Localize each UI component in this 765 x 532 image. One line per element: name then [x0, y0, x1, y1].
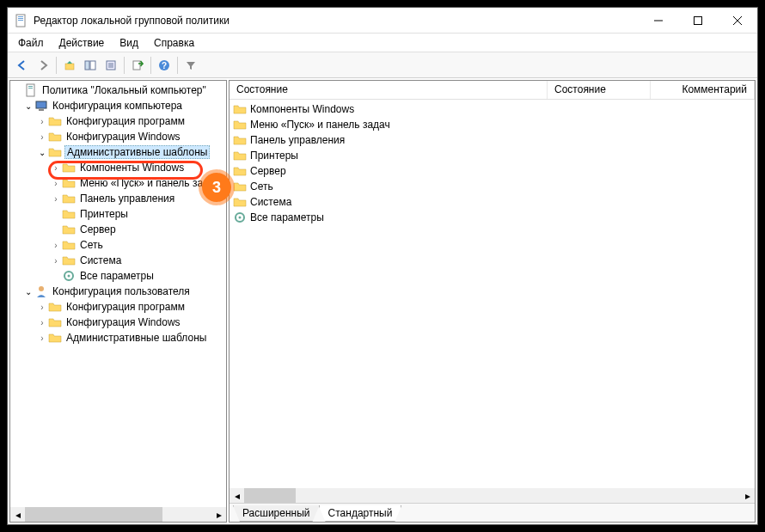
scroll-left-icon[interactable]: ◂ — [230, 488, 244, 503]
scroll-thumb[interactable] — [244, 488, 296, 503]
titlebar: Редактор локальной групповой политики — [8, 8, 757, 34]
chevron-right-icon[interactable]: › — [50, 256, 62, 266]
scroll-left-icon[interactable]: ◂ — [10, 507, 25, 522]
tree-item[interactable]: › Конфигурация программ — [10, 299, 226, 315]
list-hscrollbar[interactable]: ◂ ▸ — [230, 488, 755, 503]
tree-item[interactable]: › Конфигурация Windows — [10, 315, 226, 330]
menu-file[interactable]: Файл — [11, 35, 51, 51]
maximize-button[interactable] — [678, 8, 718, 34]
folder-icon — [233, 133, 247, 147]
tree-item[interactable]: Принтеры — [10, 206, 226, 222]
view-tabs: Расширенный Стандартный — [230, 503, 755, 522]
list-item[interactable]: Меню «Пуск» и панель задач — [230, 117, 755, 132]
list-item[interactable]: Все параметры — [230, 210, 755, 225]
tree-label: Конфигурация компьютера — [51, 100, 184, 112]
up-button[interactable] — [60, 56, 79, 75]
tree-computer-config[interactable]: ⌄ Конфигурация компьютера — [10, 98, 226, 113]
column-header-state[interactable]: Состояние — [230, 81, 548, 99]
tree-item[interactable]: Все параметры — [10, 268, 226, 284]
tree-item[interactable]: › Сеть — [10, 237, 226, 253]
chevron-right-icon[interactable]: › — [36, 318, 48, 327]
column-header-comment[interactable]: Комментарий — [651, 81, 755, 99]
tab-extended[interactable]: Расширенный — [233, 505, 320, 522]
list-item[interactable]: Компоненты Windows — [230, 101, 755, 117]
tree-item[interactable]: › Конфигурация Windows — [10, 129, 226, 144]
list-item[interactable]: Панель управления — [230, 132, 755, 148]
folder-icon — [62, 254, 76, 267]
menu-help[interactable]: Справка — [147, 35, 201, 51]
user-icon — [34, 284, 48, 298]
annotation-badge: 3 — [202, 173, 231, 202]
tree-pane: Политика "Локальный компьютер" ⌄ Конфигу… — [9, 80, 227, 523]
chevron-right-icon[interactable]: › — [50, 179, 62, 188]
tree-item[interactable]: Сервер — [10, 222, 226, 237]
list-label: Сеть — [250, 180, 273, 193]
tree-label: Принтеры — [78, 208, 130, 220]
chevron-right-icon[interactable]: › — [36, 132, 48, 142]
properties-button[interactable] — [101, 56, 120, 75]
folder-icon — [233, 118, 247, 131]
column-header-state2[interactable]: Состояние — [548, 81, 651, 99]
svg-point-25 — [39, 286, 44, 291]
svg-text:?: ? — [162, 61, 167, 70]
chevron-down-icon[interactable]: ⌄ — [36, 148, 48, 157]
folder-icon — [48, 331, 62, 345]
menu-view[interactable]: Вид — [113, 35, 145, 51]
folder-icon — [48, 130, 62, 144]
tree-item[interactable]: › Система — [10, 253, 226, 268]
list-item[interactable]: Система — [230, 194, 755, 210]
list-label: Принтеры — [250, 150, 298, 162]
tree-item[interactable]: › Административные шаблоны — [10, 330, 226, 345]
filter-button[interactable] — [181, 56, 200, 75]
list-item[interactable]: Сеть — [230, 179, 755, 194]
chevron-right-icon[interactable]: › — [50, 194, 62, 204]
folder-icon — [233, 164, 247, 178]
scroll-track[interactable] — [25, 507, 211, 522]
folder-icon — [48, 114, 62, 128]
app-icon — [15, 14, 28, 28]
chevron-right-icon[interactable]: › — [36, 333, 48, 343]
chevron-right-icon[interactable]: › — [36, 117, 48, 126]
tree-admin-templates[interactable]: ⌄ Административные шаблоны — [10, 144, 226, 160]
scroll-right-icon[interactable]: ▸ — [211, 507, 226, 522]
toolbar-separator — [150, 57, 151, 74]
tree-label: Система — [78, 254, 123, 266]
svg-rect-3 — [18, 20, 23, 21]
list-label: Все параметры — [250, 211, 324, 223]
menu-action[interactable]: Действие — [52, 35, 112, 51]
tree-root[interactable]: Политика "Локальный компьютер" — [10, 83, 226, 98]
scroll-right-icon[interactable]: ▸ — [740, 488, 755, 503]
tree-hscrollbar[interactable]: ◂ ▸ — [10, 507, 226, 522]
list-pane: Состояние Состояние Комментарий Компонен… — [229, 80, 756, 523]
chevron-right-icon[interactable]: › — [50, 241, 62, 250]
tree-item[interactable]: › Конфигурация программ — [10, 113, 226, 129]
nav-back-button[interactable] — [13, 56, 32, 75]
tab-standard[interactable]: Стандартный — [319, 505, 402, 522]
folder-icon — [48, 145, 62, 159]
help-button[interactable]: ? — [155, 56, 174, 75]
show-hide-tree-button[interactable] — [81, 56, 100, 75]
list-body[interactable]: Компоненты Windows Меню «Пуск» и панель … — [230, 100, 755, 488]
folder-icon — [233, 149, 247, 162]
scroll-thumb[interactable] — [25, 507, 162, 522]
chevron-right-icon[interactable]: › — [36, 303, 48, 312]
list-label: Меню «Пуск» и панель задач — [250, 119, 390, 131]
chevron-down-icon[interactable]: ⌄ — [22, 287, 34, 297]
tree-item[interactable]: › Панель управления — [10, 191, 226, 206]
tree[interactable]: Политика "Локальный компьютер" ⌄ Конфигу… — [10, 81, 226, 507]
list-item[interactable]: Сервер — [230, 163, 755, 179]
svg-rect-8 — [65, 64, 74, 70]
tree-label: Политика "Локальный компьютер" — [40, 84, 208, 96]
export-button[interactable] — [128, 56, 147, 75]
minimize-button[interactable] — [639, 8, 678, 34]
folder-icon — [233, 102, 247, 116]
folder-icon — [62, 238, 76, 252]
chevron-down-icon[interactable]: ⌄ — [22, 101, 34, 111]
list-item[interactable]: Принтеры — [230, 148, 755, 163]
scroll-track[interactable] — [244, 488, 740, 503]
toolbar-separator — [124, 57, 125, 74]
tree-label: Все параметры — [78, 270, 156, 282]
tree-user-config[interactable]: ⌄ Конфигурация пользователя — [10, 284, 226, 299]
close-button[interactable] — [718, 8, 757, 34]
nav-forward-button[interactable] — [34, 56, 52, 75]
